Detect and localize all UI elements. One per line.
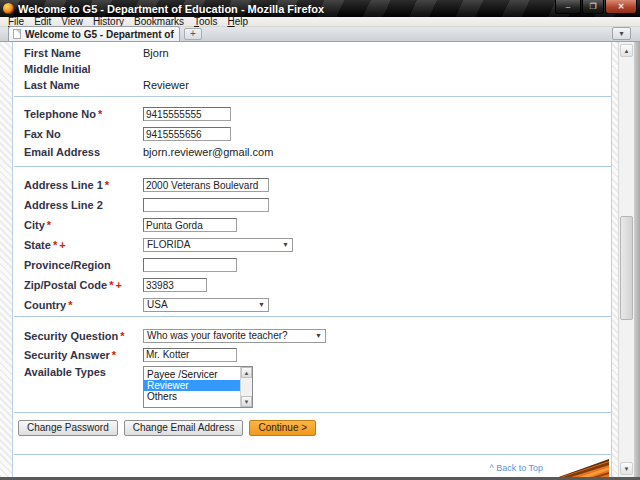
- province-label: Province/Region: [24, 259, 143, 271]
- security-question-row: Security Question* Who was your favorite…: [14, 326, 611, 345]
- security-question-select[interactable]: Who was your favorite teacher? ▼: [143, 329, 326, 343]
- minimize-icon: –: [566, 3, 570, 11]
- last-name-value: Reviewer: [143, 79, 189, 91]
- required-marker: *: [47, 219, 51, 231]
- country-select-value: USA: [147, 299, 168, 310]
- middle-initial-label: Middle Initial: [24, 63, 143, 75]
- window-controls: – ❐ ✕: [554, 0, 637, 14]
- address1-label: Address Line 1*: [24, 179, 143, 191]
- zip-input[interactable]: [143, 278, 207, 292]
- menu-view[interactable]: View: [56, 17, 88, 27]
- page-footer: ^ Back to Top: [14, 454, 611, 477]
- required-marker: *: [105, 179, 109, 191]
- menu-history[interactable]: History: [88, 17, 129, 27]
- telephone-input[interactable]: [143, 107, 231, 121]
- menu-bookmarks[interactable]: Bookmarks: [129, 17, 189, 27]
- security-question-label: Security Question*: [24, 330, 143, 342]
- plus-marker: +: [59, 239, 65, 251]
- window-title: Welcome to G5 - Department of Education …: [18, 3, 324, 15]
- required-marker: *: [53, 239, 57, 251]
- back-to-top-link[interactable]: ^ Back to Top: [489, 463, 543, 473]
- page-scrollbar[interactable]: ▲ ▼: [618, 42, 634, 477]
- middle-initial-row: Middle Initial: [14, 61, 611, 77]
- menu-tools[interactable]: Tools: [189, 17, 222, 27]
- section-divider: [14, 412, 611, 413]
- telephone-row: Telephone No*: [14, 104, 611, 124]
- last-name-label: Last Name: [24, 79, 143, 91]
- decorative-swoosh-image: [559, 459, 609, 477]
- change-password-button[interactable]: Change Password: [18, 420, 118, 436]
- state-label: State*+: [24, 239, 143, 251]
- left-margin-pattern: [0, 42, 13, 477]
- country-row: Country* USA ▼: [14, 295, 611, 315]
- maximize-button[interactable]: ❐: [582, 0, 604, 14]
- last-name-row: Last Name Reviewer: [14, 77, 611, 93]
- section-divider: [14, 166, 611, 167]
- dropdown-arrow-icon: ▼: [282, 241, 289, 249]
- required-marker: *: [68, 299, 72, 311]
- first-name-value: Bjorn: [143, 47, 169, 59]
- new-tab-button[interactable]: +: [184, 28, 202, 40]
- email-label: Email Address: [24, 146, 143, 158]
- zip-row: Zip/Postal Code*+: [14, 275, 611, 295]
- required-marker: *: [112, 349, 116, 361]
- dropdown-arrow-icon: ▼: [315, 332, 322, 340]
- listbox-option-reviewer[interactable]: Reviewer: [144, 380, 240, 391]
- required-marker: *: [109, 279, 113, 291]
- browser-window: Welcome to G5 - Department of Education …: [0, 0, 640, 480]
- tab-overflow-button[interactable]: ▾: [612, 27, 631, 40]
- available-types-row: Available Types Payee /Servicer Reviewer…: [14, 366, 611, 412]
- city-input[interactable]: [143, 218, 237, 232]
- address2-input[interactable]: [143, 198, 269, 212]
- continue-button[interactable]: Continue >: [249, 420, 316, 436]
- scrollbar-thumb[interactable]: [620, 216, 633, 320]
- state-select-value: FLORIDA: [147, 239, 190, 250]
- address1-input[interactable]: [143, 178, 269, 192]
- scroll-up-icon: ▲: [244, 370, 250, 376]
- close-button[interactable]: ✕: [605, 0, 637, 14]
- email-value: bjorn.reviewer@gmail.com: [143, 146, 273, 158]
- country-select[interactable]: USA ▼: [143, 298, 269, 312]
- tab-welcome-g5[interactable]: Welcome to G5 - Department of Edu...: [8, 26, 180, 41]
- listbox-option-others[interactable]: Others: [144, 391, 240, 402]
- dropdown-arrow-icon: ▼: [258, 301, 265, 309]
- firefox-icon: [3, 3, 14, 14]
- menu-edit[interactable]: Edit: [29, 17, 56, 27]
- page-favicon-icon: [13, 29, 21, 39]
- listbox-option-payee[interactable]: Payee /Servicer: [144, 369, 240, 380]
- form-buttons: Change Password Change Email Address Con…: [18, 419, 611, 436]
- tab-bar: Welcome to G5 - Department of Edu... + ▾: [0, 27, 640, 42]
- section-divider: [14, 96, 611, 97]
- scroll-up-icon: ▲: [624, 48, 630, 54]
- change-email-button[interactable]: Change Email Address: [124, 420, 244, 436]
- city-label: City*: [24, 219, 143, 231]
- fax-label: Fax No: [24, 128, 143, 140]
- plus-marker: +: [115, 279, 121, 291]
- title-bar: Welcome to G5 - Department of Education …: [0, 0, 640, 17]
- menu-help[interactable]: Help: [222, 17, 253, 27]
- fax-row: Fax No: [14, 124, 611, 144]
- scroll-up-button[interactable]: ▲: [620, 44, 633, 57]
- province-input[interactable]: [143, 258, 237, 272]
- zip-label: Zip/Postal Code*+: [24, 279, 143, 291]
- right-margin-pattern: [611, 42, 618, 477]
- address2-row: Address Line 2: [14, 195, 611, 215]
- scroll-down-button[interactable]: ▼: [620, 462, 633, 475]
- email-row: Email Address bjorn.reviewer@gmail.com: [14, 144, 611, 160]
- city-row: City*: [14, 215, 611, 235]
- scroll-down-icon: ▼: [244, 399, 250, 405]
- security-answer-input[interactable]: [143, 348, 237, 362]
- maximize-icon: ❐: [589, 3, 596, 11]
- security-answer-label: Security Answer*: [24, 349, 143, 361]
- state-row: State*+ FLORIDA ▼: [14, 235, 611, 255]
- telephone-label: Telephone No*: [24, 108, 143, 120]
- minimize-button[interactable]: –: [555, 0, 581, 14]
- menu-file[interactable]: File: [3, 17, 29, 27]
- listbox-scroll-down-button[interactable]: ▼: [241, 396, 252, 407]
- available-types-listbox[interactable]: Payee /Servicer Reviewer Others ▲ ▼: [143, 366, 253, 408]
- state-select[interactable]: FLORIDA ▼: [143, 238, 293, 252]
- listbox-scroll-up-button[interactable]: ▲: [241, 367, 252, 378]
- first-name-row: First Name Bjorn: [14, 45, 611, 61]
- listbox-scrollbar[interactable]: ▲ ▼: [240, 367, 252, 407]
- fax-input[interactable]: [143, 127, 231, 141]
